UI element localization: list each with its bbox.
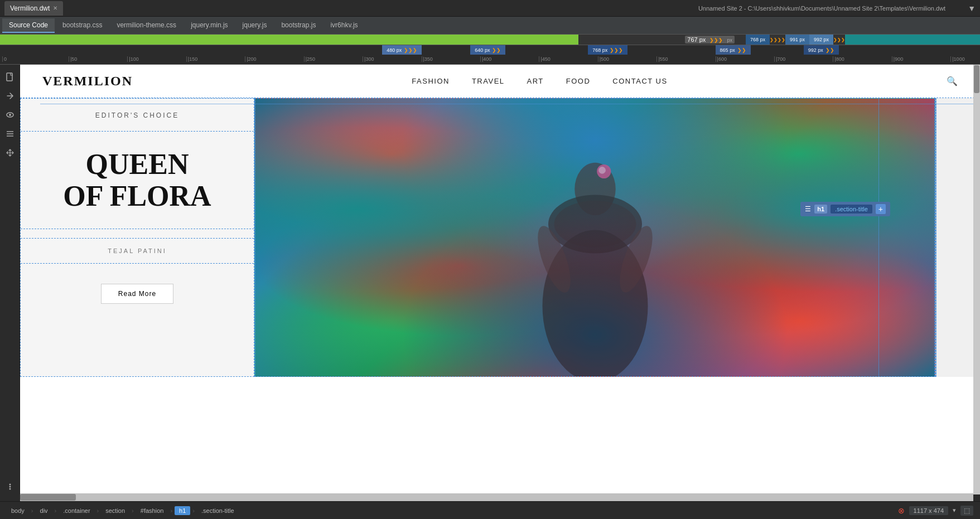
- bp-end: [845, 35, 980, 45]
- svg-point-16: [598, 167, 606, 174]
- dimension-chevron[interactable]: ▾: [953, 507, 956, 514]
- guide-margin-left: [936, 98, 936, 377]
- filter-icon[interactable]: ▼: [968, 4, 976, 13]
- green-bar-label: 767 px ❯❯❯ px: [685, 36, 735, 43]
- editorial-title-block: QUEENOF FLORA: [21, 132, 254, 229]
- tick-350: |350: [422, 56, 433, 62]
- sidebar-move-icon[interactable]: [2, 145, 18, 161]
- breadcrumb-section[interactable]: section: [101, 506, 129, 515]
- tick-100: |100: [127, 56, 138, 62]
- bp-865: 865 px ❯❯: [716, 45, 751, 55]
- bp-768-2: 768 px ❯❯❯: [588, 45, 627, 55]
- nav-travel[interactable]: TRAVEL: [472, 77, 505, 85]
- author-name: TEJAL PATINI: [21, 238, 254, 263]
- nav-food[interactable]: FOOD: [566, 77, 591, 85]
- file-tab-ivr6hkv[interactable]: ivr6hkv.js: [324, 18, 364, 33]
- editors-choice-label: EDITOR'S CHOICE: [95, 111, 179, 119]
- ruler: 0 |50 |100 |150 |200 |250 |300 |350 |400…: [0, 55, 980, 65]
- main-editor: VERMILION FASHION TRAVEL ART FOOD CONTAC…: [0, 65, 980, 494]
- title-bar: Vermilion.dwt ✕ Unnamed Site 2 - C:\User…: [0, 0, 980, 17]
- bp-992-2: 992 px ❯❯: [804, 45, 839, 55]
- h-scrollbar[interactable]: [20, 493, 973, 501]
- sidebar-list-icon[interactable]: [2, 126, 18, 142]
- nav-art[interactable]: ART: [527, 77, 544, 85]
- h-scrollbar-thumb[interactable]: [20, 494, 76, 501]
- site-logo: VERMILION: [42, 74, 133, 89]
- file-tab-bootstrap-css[interactable]: bootstrap.css: [56, 18, 109, 33]
- v-scrollbar-thumb[interactable]: [974, 65, 979, 93]
- popup-plus-button[interactable]: +: [876, 204, 886, 214]
- dimension-display: 1117 x 474: [909, 506, 948, 515]
- sidebar-dots-icon[interactable]: [2, 479, 18, 494]
- file-tabs-bar: Source Code bootstrap.css vermilion-them…: [0, 17, 980, 35]
- error-icon: ⊗: [898, 506, 905, 515]
- arrows-right-icon: ❯❯❯: [709, 37, 723, 43]
- bp-right-segments: 768 px ❯❯❯❯ 991 px 992 px ❯❯❯: [746, 35, 980, 45]
- v-scrollbar[interactable]: [973, 65, 980, 494]
- bp-px-label: px: [727, 37, 732, 43]
- breadcrumb-container[interactable]: .container: [59, 506, 94, 515]
- title-bar-path: Unnamed Site 2 - C:\Users\shhivkum\Docum…: [698, 5, 945, 12]
- tick-550: |550: [656, 56, 668, 62]
- bp-640: 640 px ❯❯: [470, 45, 505, 55]
- popup-menu-icon: ☰: [805, 205, 811, 213]
- tick-450: |450: [539, 56, 550, 62]
- file-tab-jquery[interactable]: jquery.js: [236, 18, 274, 33]
- file-tab-bootstrap-js[interactable]: bootstrap.js: [274, 18, 322, 33]
- bp-arrows-1: ❯❯❯❯: [770, 37, 785, 42]
- breadcrumb-fashion[interactable]: #fashion: [136, 506, 168, 515]
- bp-arrows-2: ❯❯❯: [833, 37, 845, 42]
- fashion-image-bg: [255, 99, 935, 376]
- file-tab-jquery-min[interactable]: jquery.min.js: [184, 18, 234, 33]
- read-more-button[interactable]: Read More: [101, 284, 173, 304]
- tick-500: |500: [598, 56, 609, 62]
- breadcrumb-section-title[interactable]: .section-title: [197, 506, 239, 515]
- breadcrumb-body[interactable]: body: [7, 506, 29, 515]
- svg-point-6: [9, 484, 11, 486]
- svg-rect-0: [7, 73, 12, 81]
- tick-800: |800: [833, 56, 844, 62]
- fashion-image-area: ☰ h1 .section-title +: [254, 98, 935, 377]
- left-sidebar: [0, 65, 20, 494]
- content-area: EDITOR'S CHOICE QUEENOF FLORA TEJAL PATI…: [20, 98, 980, 377]
- breadcrumb-sep-5: ›: [170, 507, 172, 514]
- nav-contact[interactable]: CONTACT US: [612, 77, 667, 85]
- breadcrumb-sep-3: ›: [97, 507, 99, 514]
- bp-991: 991 px: [785, 35, 809, 45]
- green-bar: 767 px ❯❯❯ px 768 px ❯❯❯❯ 991 px 992 px …: [0, 35, 980, 45]
- bp-992: 992 px: [809, 35, 833, 45]
- guide-right-2: [934, 99, 935, 376]
- breadcrumb-h1[interactable]: h1: [175, 506, 190, 515]
- file-tab-source-code[interactable]: Source Code: [2, 18, 55, 33]
- breadcrumb-sep-4: ›: [132, 507, 134, 514]
- sidebar-file-icon[interactable]: [2, 69, 18, 85]
- website-preview: VERMILION FASHION TRAVEL ART FOOD CONTAC…: [20, 65, 980, 494]
- element-popup[interactable]: ☰ h1 .section-title +: [800, 202, 890, 216]
- tick-700: |700: [774, 56, 785, 62]
- svg-point-8: [9, 488, 11, 490]
- tick-250: |250: [304, 56, 315, 62]
- svg-point-7: [9, 486, 11, 488]
- title-tab[interactable]: Vermilion.dwt ✕: [4, 1, 63, 16]
- tick-200: |200: [245, 56, 256, 62]
- file-tab-vermilion-theme[interactable]: vermilion-theme.css: [110, 18, 183, 33]
- bottom-right: ⊗ 1117 x 474 ▾ ⬚: [898, 506, 973, 516]
- nav-fashion[interactable]: FASHION: [412, 77, 450, 85]
- sidebar-eye-icon[interactable]: [2, 107, 18, 123]
- guide-right-1: [878, 99, 879, 376]
- breadcrumb-sep-6: ›: [192, 507, 195, 514]
- search-icon[interactable]: 🔍: [947, 76, 958, 86]
- expand-button[interactable]: ⬚: [960, 506, 973, 516]
- popup-class-label: .section-title: [831, 205, 872, 214]
- title-tab-label: Vermilion.dwt: [10, 4, 50, 12]
- tick-50: |50: [69, 56, 77, 62]
- sidebar-import-icon[interactable]: [2, 88, 18, 104]
- breadcrumb-div[interactable]: div: [36, 506, 52, 515]
- title-tab-close[interactable]: ✕: [53, 5, 57, 11]
- ruler-bars: 767 px ❯❯❯ px 768 px ❯❯❯❯ 991 px 992 px …: [0, 35, 980, 65]
- bottom-bar: body › div › .container › section › #fas…: [0, 501, 980, 519]
- tick-600: |600: [716, 56, 727, 62]
- title-bar-left: Vermilion.dwt ✕: [4, 1, 698, 16]
- read-more-container: Read More: [21, 263, 254, 324]
- tick-400: |400: [480, 56, 491, 62]
